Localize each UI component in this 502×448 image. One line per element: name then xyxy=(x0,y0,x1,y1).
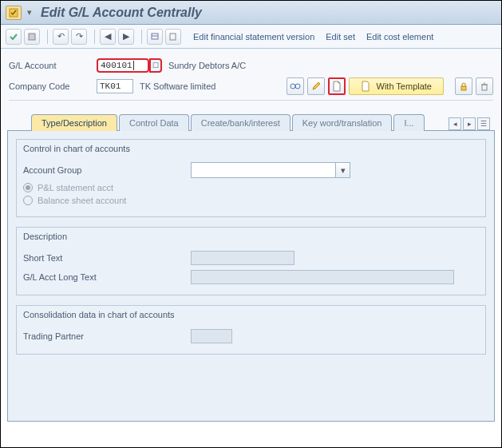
svg-rect-8 xyxy=(461,86,466,90)
svg-rect-1 xyxy=(29,34,35,40)
display-button[interactable] xyxy=(147,29,163,45)
gl-account-input[interactable]: 400101 xyxy=(97,58,149,73)
lock-button[interactable] xyxy=(455,77,472,95)
link-edit-fsv[interactable]: Edit financial statement version xyxy=(193,32,314,42)
tab-scroll-right-icon[interactable]: ▸ xyxy=(463,117,476,130)
redo-button[interactable]: ↷ xyxy=(71,29,87,45)
gl-account-f4-icon[interactable]: ☐ xyxy=(149,58,162,73)
svg-point-6 xyxy=(295,84,300,89)
tab-body: Control in chart of accounts Account Gro… xyxy=(7,130,495,422)
delete-button[interactable] xyxy=(476,77,493,95)
dropdown-icon[interactable]: ▾ xyxy=(25,6,34,20)
gl-account-label: G/L Account xyxy=(9,61,97,70)
trading-partner-label: Trading Partner xyxy=(23,331,191,341)
tab-list-icon[interactable]: ☰ xyxy=(477,117,490,130)
app-icon xyxy=(6,6,22,20)
group-control-title: Control in chart of accounts xyxy=(17,140,485,157)
tab-scroll-left-icon[interactable]: ◂ xyxy=(449,117,461,130)
svg-point-5 xyxy=(291,84,295,89)
save-button[interactable] xyxy=(24,29,40,45)
tab-control-data[interactable]: Control Data xyxy=(119,114,189,131)
trading-partner-input[interactable] xyxy=(191,329,232,343)
edit-button[interactable] xyxy=(307,77,325,95)
svg-rect-4 xyxy=(170,34,176,40)
group-control-chart: Control in chart of accounts Account Gro… xyxy=(16,139,486,217)
tabstrip: Type/Description Control Data Create/ban… xyxy=(1,105,501,130)
tab-info[interactable]: I... xyxy=(393,114,424,131)
prev-button[interactable]: ◀ xyxy=(100,29,116,45)
radio-pl-statement[interactable]: P&L statement acct xyxy=(23,183,479,192)
radio-balance-sheet[interactable]: Balance sheet account xyxy=(23,196,479,205)
undo-button[interactable]: ↶ xyxy=(53,29,69,45)
window-titlebar: ▾ Edit G/L Account Centrally xyxy=(1,1,501,25)
link-edit-cost[interactable]: Edit cost element xyxy=(366,32,433,42)
glasses-button[interactable] xyxy=(287,77,304,95)
group-description-title: Description xyxy=(17,228,485,245)
header-area: G/L Account 400101 ☐ Sundry Debtors A/C … xyxy=(1,49,501,105)
app-window: ▾ Edit G/L Account Centrally ↶ ↷ ◀ ▶ Edi… xyxy=(0,0,502,448)
create-button[interactable] xyxy=(328,77,346,95)
svg-rect-9 xyxy=(482,85,487,90)
window-title: Edit G/L Account Centrally xyxy=(41,6,202,20)
check-button[interactable] xyxy=(6,29,22,45)
toolbar: ↶ ↷ ◀ ▶ Edit financial statement version… xyxy=(1,25,501,49)
account-group-label: Account Group xyxy=(23,165,191,175)
group-consolidation: Consolidation data in chart of accounts … xyxy=(16,305,486,355)
group-description: Description Short Text G/L Acct Long Tex… xyxy=(16,227,486,295)
next-button[interactable]: ▶ xyxy=(118,29,134,45)
tab-create-bank-interest[interactable]: Create/bank/interest xyxy=(191,114,291,131)
tab-keyword-translation[interactable]: Key word/translation xyxy=(292,114,393,131)
group-consolidation-title: Consolidation data in chart of accounts xyxy=(17,306,485,323)
tab-type-description[interactable]: Type/Description xyxy=(31,114,117,131)
gl-account-desc: Sundry Debtors A/C xyxy=(168,61,246,70)
link-edit-set[interactable]: Edit set xyxy=(326,32,355,42)
account-group-select[interactable]: ▾ xyxy=(191,162,350,178)
company-code-label: Company Code xyxy=(9,81,97,91)
company-code-desc: TK Software limited xyxy=(140,81,215,91)
chevron-down-icon: ▾ xyxy=(335,163,350,177)
short-text-input[interactable] xyxy=(191,251,294,265)
other-button[interactable] xyxy=(165,29,181,45)
with-template-button[interactable]: With Template xyxy=(349,77,445,95)
company-code-input[interactable]: TK01 xyxy=(97,79,133,93)
short-text-label: Short Text xyxy=(23,253,191,263)
long-text-label: G/L Acct Long Text xyxy=(23,272,191,282)
long-text-input[interactable] xyxy=(191,270,454,284)
